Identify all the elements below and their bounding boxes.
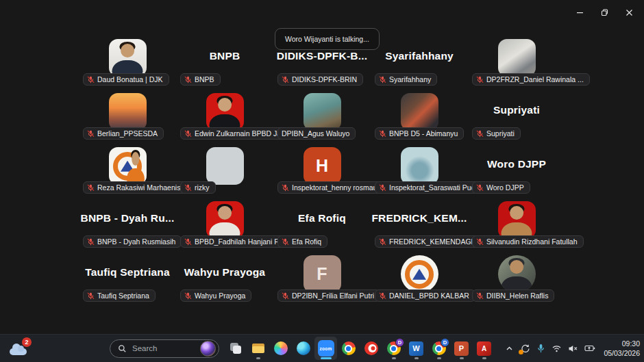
muted-mic-icon <box>476 238 484 246</box>
chrome-icon <box>342 341 356 355</box>
copilot-taskbar-button[interactable] <box>269 337 292 360</box>
tray-battery-icon[interactable] <box>584 344 595 352</box>
app-glyph: A <box>482 345 486 352</box>
taskbar-clock[interactable]: 09:30 05/03/2026 <box>604 339 640 358</box>
participant-label-text: rizky <box>195 183 210 192</box>
bpbd-logo-triangle-icon <box>412 268 426 279</box>
task-view-taskbar-button[interactable] <box>224 337 247 360</box>
tray-volume-muted-icon[interactable] <box>568 344 578 353</box>
powerpoint-taskbar-button[interactable]: P <box>450 337 473 360</box>
word-taskbar-button[interactable]: W <box>405 337 428 360</box>
chrome-taskbar-button[interactable]: D <box>428 337 450 360</box>
participant-tile[interactable]: FDP2IBN_Frilia Elfani Putri <box>273 250 371 305</box>
muted-mic-icon <box>379 238 386 246</box>
file-explorer-icon <box>251 341 265 355</box>
participant-label-text: BNPB - Dyah Rusmiasih <box>97 237 175 246</box>
head-shape <box>121 44 134 57</box>
participant-tile[interactable]: SyarifahhanySyarifahhany <box>371 34 468 88</box>
profile-badge: D <box>395 338 404 347</box>
edge-taskbar-button[interactable] <box>292 337 314 360</box>
participant-tile[interactable]: BNPB D5 - Abimanyu <box>371 88 468 142</box>
participant-tile[interactable]: FREDRICK_KEM...FREDRICK_KEMENDAGRI <box>371 196 468 250</box>
participant-tile[interactable]: Efa RofiqEfa Rofiq <box>273 196 371 250</box>
person-silhouette <box>109 39 147 77</box>
status-dot <box>519 350 523 354</box>
chrome-taskbar-button[interactable]: D <box>382 337 405 360</box>
file-explorer-taskbar-button[interactable] <box>247 337 269 360</box>
participant-label-text: DP2IBN_Frilia Elfani Putri <box>292 292 374 300</box>
muted-mic-icon <box>184 130 192 138</box>
muted-mic-icon <box>87 238 95 246</box>
minimize-button[interactable] <box>567 3 592 21</box>
participant-tile[interactable]: BNPB - Dyah Ru...BNPB - Dyah Rusmiasih <box>79 196 176 250</box>
red-browser-taskbar-button[interactable] <box>360 337 382 360</box>
participant-display-name: Woro DJPP <box>487 158 546 170</box>
running-indicator <box>414 357 419 359</box>
participant-label-text: Woro DJPP <box>486 183 524 192</box>
running-indicator <box>392 357 396 359</box>
muted-mic-icon <box>87 130 95 138</box>
participant-tile[interactable]: Wahyu PrayogaWahyu Prayoga <box>176 250 273 305</box>
powerpoint-icon: P <box>454 341 469 356</box>
participant-tile[interactable]: Taufiq SeptrianaTaufiq Septriana <box>79 250 176 305</box>
person-silhouette <box>498 201 536 239</box>
participant-label: DP2FRZR_Daniel Rawinala ... <box>472 73 590 86</box>
participant-tile[interactable]: Woro DJPPWoro DJPP <box>468 142 565 196</box>
participant-label: Reza Rakasiwi Marhaenissa <box>83 181 194 194</box>
tray-microphone-icon[interactable] <box>536 344 545 353</box>
participant-tile[interactable]: Edwin Zulkarnain BPBD Jabar <box>176 88 273 142</box>
minimize-icon <box>576 9 584 16</box>
participant-tile[interactable]: Daud Bonatua | DJK <box>79 34 176 88</box>
participant-tile[interactable]: DANIEL_BPBD KALBAR <box>371 250 468 305</box>
participant-tile[interactable]: HInspektorat_henny rosmauli <box>273 142 371 196</box>
participant-label: Supriyati <box>472 127 521 140</box>
app-glyph: W <box>412 344 419 352</box>
participant-tile[interactable]: BPBD_Fadhilah Hanjani Putri <box>176 196 273 250</box>
participant-tile[interactable]: Silvanudin Rizdhani Fatullah <box>468 196 565 250</box>
participant-label: rizky <box>180 181 216 194</box>
zoom-taskbar-button[interactable]: zoom <box>314 337 337 360</box>
close-button[interactable] <box>617 3 641 21</box>
head-shape <box>132 152 139 166</box>
participant-tile[interactable]: BNPBBNPB <box>176 34 273 88</box>
restore-button[interactable] <box>592 3 617 21</box>
search-placeholder: Search <box>132 344 157 352</box>
muted-mic-icon <box>87 76 95 83</box>
tray-update-icon[interactable] <box>520 344 530 354</box>
muted-mic-icon <box>282 238 289 246</box>
participant-label-text: Supriyati <box>486 129 515 138</box>
participant-tile[interactable]: Berlian_PPSESDA <box>79 88 176 142</box>
close-icon <box>626 9 633 16</box>
participant-tile[interactable]: DPIBN_Agus Waluyo <box>273 88 371 142</box>
search-box[interactable]: Search <box>110 339 219 358</box>
participant-tile[interactable]: SupriyatiSupriyati <box>468 88 565 142</box>
participant-tile[interactable]: DP2FRZR_Daniel Rawinala ... <box>468 34 565 88</box>
participant-label: DIDIKS-DPFK-BRIN <box>277 73 363 86</box>
avatar-letter: F <box>317 264 327 284</box>
participant-tile[interactable]: Inspektorat_Saraswati Pudji ... <box>371 142 468 196</box>
participant-label: Silvanudin Rizdhani Fatullah <box>472 235 584 248</box>
participant-avatar <box>206 147 244 185</box>
muted-mic-icon <box>379 130 386 138</box>
weather-widget[interactable]: 2 <box>10 339 32 357</box>
participant-tile[interactable]: DIIBN_Helen Raflis <box>468 250 565 305</box>
acrobat-taskbar-button[interactable]: A <box>473 337 495 360</box>
participant-label: BNPB - Dyah Rusmiasih <box>83 235 182 248</box>
participant-avatar <box>498 201 536 239</box>
start-button[interactable] <box>82 337 105 360</box>
tray-wifi-icon[interactable] <box>552 344 562 353</box>
red-browser-icon <box>364 341 378 355</box>
participant-label: BNPB <box>180 73 221 86</box>
participant-tile[interactable]: Reza Rakasiwi Marhaenissa <box>79 142 176 196</box>
tray-chevron-up[interactable] <box>505 344 514 353</box>
participant-label-text: Berlian_PPSESDA <box>97 129 158 138</box>
chrome-taskbar-button[interactable] <box>337 337 360 360</box>
participant-grid: Daud Bonatua | DJKBNPBBNPBDIDIKS-DPFK-B.… <box>79 34 565 305</box>
profile-badge: D <box>441 338 449 347</box>
participant-avatar <box>206 93 244 131</box>
participant-tile[interactable]: rizky <box>176 142 273 196</box>
participant-label-text: Syarifahhany <box>389 75 431 83</box>
muted-mic-icon <box>379 76 386 83</box>
participant-label-text: Wahyu Prayoga <box>195 292 245 300</box>
participant-label-text: BNPB D5 - Abimanyu <box>389 129 458 138</box>
